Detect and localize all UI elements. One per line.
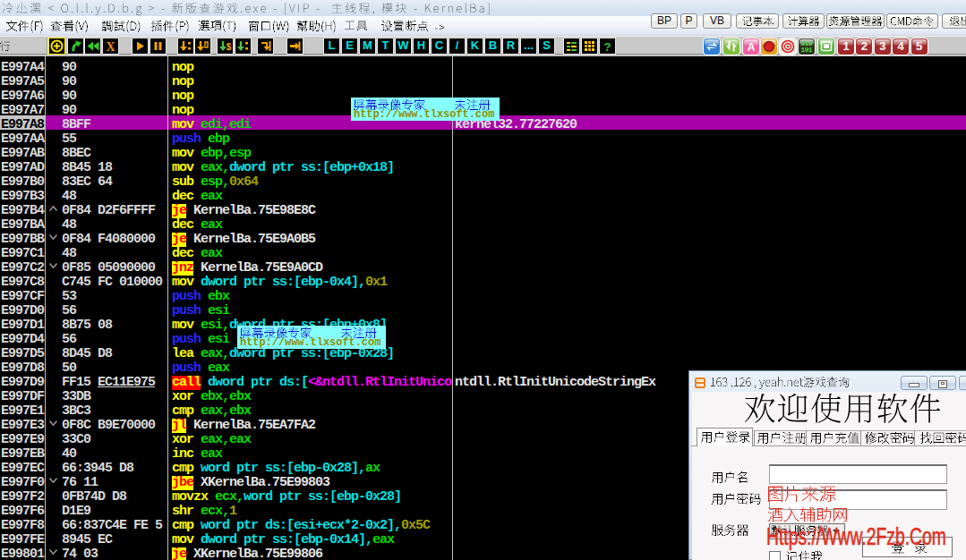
svg-text:101: 101 [801,47,813,54]
svg-text:?: ? [604,40,611,54]
svg-text:X: X [106,40,115,54]
svg-text:$: $ [227,42,232,52]
svg-text:A: A [748,41,756,54]
